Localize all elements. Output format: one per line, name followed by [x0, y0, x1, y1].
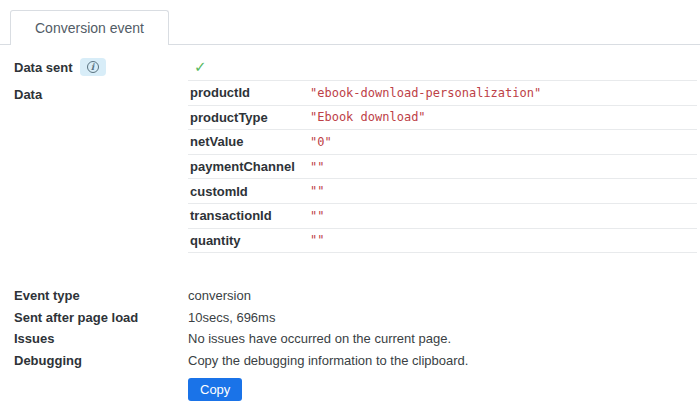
data-value: "Ebook download": [310, 110, 426, 124]
data-label: Data: [14, 87, 42, 102]
meta-value: conversion: [188, 285, 697, 307]
table-row: paymentChannel "": [188, 155, 697, 180]
data-key: paymentChannel: [188, 159, 310, 174]
data-value: "": [310, 233, 324, 247]
table-row: productId "ebook-download-personalizatio…: [188, 81, 697, 106]
row-event-type: Event type conversion: [14, 285, 697, 307]
table-row: transactionId "": [188, 204, 697, 229]
data-table: productId "ebook-download-personalizatio…: [188, 80, 697, 253]
row-copy: Copy: [14, 378, 697, 401]
data-sent-label: Data sent: [14, 60, 73, 75]
meta-label: Event type: [14, 285, 188, 307]
row-data-sent: Data sent i ✓: [14, 57, 697, 77]
tab-label: Conversion event: [35, 20, 144, 36]
data-value: "": [310, 209, 324, 223]
data-value: "": [310, 160, 324, 174]
data-key: netValue: [188, 134, 310, 149]
info-icon-glyph: i: [87, 61, 99, 73]
data-key: productId: [188, 85, 310, 100]
row-issues: Issues No issues have occurred on the cu…: [14, 328, 697, 350]
row-sent-after-page-load: Sent after page load 10secs, 696ms: [14, 307, 697, 329]
tab-conversion-event[interactable]: Conversion event: [10, 10, 169, 45]
row-debugging: Debugging Copy the debugging information…: [14, 350, 697, 372]
meta-label: Debugging: [14, 350, 188, 372]
info-icon[interactable]: i: [80, 58, 106, 76]
table-row: productType "Ebook download": [188, 106, 697, 131]
data-value: "0": [310, 135, 332, 149]
row-data: Data productId "ebook-download-personali…: [14, 80, 697, 253]
meta-section: Event type conversion Sent after page lo…: [14, 285, 697, 371]
copy-button[interactable]: Copy: [188, 378, 242, 401]
data-key: customId: [188, 184, 310, 199]
check-icon: ✓: [188, 58, 207, 75]
data-value: "ebook-download-personalization": [310, 86, 541, 100]
meta-label: Sent after page load: [14, 307, 188, 329]
table-row: netValue "0": [188, 130, 697, 155]
data-value: "": [310, 184, 324, 198]
table-row: quantity "": [188, 229, 697, 254]
data-key: productType: [188, 110, 310, 125]
meta-value: No issues have occurred on the current p…: [188, 328, 697, 350]
meta-value: Copy the debugging information to the cl…: [188, 350, 697, 372]
table-row: customId "": [188, 179, 697, 204]
meta-value: 10secs, 696ms: [188, 307, 697, 329]
data-key: quantity: [188, 233, 310, 248]
tab-bar: Conversion event: [0, 0, 700, 45]
data-key: transactionId: [188, 208, 310, 223]
meta-label: Issues: [14, 328, 188, 350]
panel-content: Data sent i ✓ Data productId "ebook-down…: [0, 45, 700, 401]
